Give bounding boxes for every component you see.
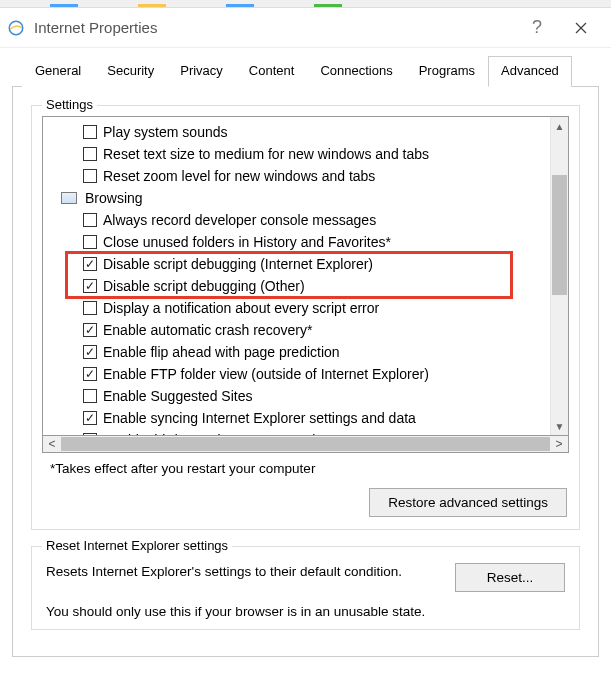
tab-general[interactable]: General <box>22 56 94 87</box>
reset-description: Resets Internet Explorer's settings to t… <box>46 563 435 582</box>
checkbox[interactable] <box>83 389 97 403</box>
folder-icon <box>61 192 77 204</box>
tree-item[interactable]: Play system sounds <box>43 121 550 143</box>
settings-tree-body: Play system soundsReset text size to med… <box>43 117 550 435</box>
restart-note: *Takes effect after you restart your com… <box>50 461 569 476</box>
checkbox[interactable] <box>83 345 97 359</box>
tree-item[interactable]: Enable automatic crash recovery* <box>43 319 550 341</box>
titlebar: Internet Properties ? <box>0 8 611 48</box>
tree-item[interactable]: Disable script debugging (Internet Explo… <box>43 253 550 275</box>
tree-item-label: Close unused folders in History and Favo… <box>103 234 391 250</box>
tab-connections[interactable]: Connections <box>307 56 405 87</box>
tab-content[interactable]: Content <box>236 56 308 87</box>
tab-security[interactable]: Security <box>94 56 167 87</box>
scroll-track[interactable] <box>551 135 568 417</box>
tree-item-label: Reset text size to medium for new window… <box>103 146 429 162</box>
checkbox[interactable] <box>83 323 97 337</box>
scroll-down-icon[interactable]: ▼ <box>551 417 568 435</box>
checkbox[interactable] <box>83 301 97 315</box>
settings-groupbox: Settings Play system soundsReset text si… <box>31 105 580 530</box>
tree-item-label: Play system sounds <box>103 124 228 140</box>
tree-item-label: Disable script debugging (Internet Explo… <box>103 256 373 272</box>
checkbox[interactable] <box>83 433 97 435</box>
tree-item[interactable]: Enable FTP folder view (outside of Inter… <box>43 363 550 385</box>
settings-legend: Settings <box>42 97 97 112</box>
reset-legend: Reset Internet Explorer settings <box>42 538 232 553</box>
settings-tree[interactable]: Play system soundsReset text size to med… <box>42 116 569 436</box>
checkbox[interactable] <box>83 213 97 227</box>
tree-item[interactable]: Enable Suggested Sites <box>43 385 550 407</box>
tabstrip: GeneralSecurityPrivacyContentConnections… <box>12 56 599 87</box>
tab-advanced[interactable]: Advanced <box>488 56 572 87</box>
reset-warning: You should only use this if your browser… <box>46 604 565 619</box>
tree-group[interactable]: Browsing <box>43 187 550 209</box>
tree-item[interactable]: Enable syncing Internet Explorer setting… <box>43 407 550 429</box>
app-icon <box>6 18 26 38</box>
tree-item[interactable]: Enable third-party browser extensions* <box>43 429 550 435</box>
close-button[interactable] <box>557 8 605 48</box>
tree-item-label: Reset zoom level for new windows and tab… <box>103 168 375 184</box>
checkbox[interactable] <box>83 257 97 271</box>
window-title: Internet Properties <box>34 19 517 36</box>
tree-item-label: Enable syncing Internet Explorer setting… <box>103 410 416 426</box>
horizontal-scrollbar[interactable]: < > <box>42 435 569 453</box>
tree-item-label: Enable flip ahead with page prediction <box>103 344 340 360</box>
checkbox[interactable] <box>83 169 97 183</box>
tree-item[interactable]: Reset zoom level for new windows and tab… <box>43 165 550 187</box>
hscroll-track[interactable] <box>61 436 550 452</box>
reset-groupbox: Reset Internet Explorer settings Resets … <box>31 546 580 630</box>
tree-item-label: Enable third-party browser extensions* <box>103 432 343 435</box>
tree-item[interactable]: Reset text size to medium for new window… <box>43 143 550 165</box>
tree-item[interactable]: Always record developer console messages <box>43 209 550 231</box>
checkbox[interactable] <box>83 235 97 249</box>
tree-item-label: Browsing <box>85 190 143 206</box>
tree-item[interactable]: Disable script debugging (Other) <box>43 275 550 297</box>
help-button[interactable]: ? <box>517 8 557 48</box>
tab-panel-advanced: Settings Play system soundsReset text si… <box>12 87 599 657</box>
checkbox[interactable] <box>83 411 97 425</box>
tree-item-label: Enable Suggested Sites <box>103 388 252 404</box>
tree-item-label: Enable FTP folder view (outside of Inter… <box>103 366 429 382</box>
scroll-right-icon[interactable]: > <box>550 436 568 452</box>
checkbox[interactable] <box>83 147 97 161</box>
tree-item[interactable]: Enable flip ahead with page prediction <box>43 341 550 363</box>
vertical-scrollbar[interactable]: ▲ ▼ <box>550 117 568 435</box>
restore-advanced-button[interactable]: Restore advanced settings <box>369 488 567 517</box>
tree-item-label: Enable automatic crash recovery* <box>103 322 312 338</box>
checkbox[interactable] <box>83 279 97 293</box>
checkbox[interactable] <box>83 367 97 381</box>
hscroll-thumb[interactable] <box>61 437 550 451</box>
tree-item-label: Always record developer console messages <box>103 212 376 228</box>
tree-item[interactable]: Close unused folders in History and Favo… <box>43 231 550 253</box>
reset-button[interactable]: Reset... <box>455 563 565 592</box>
scroll-left-icon[interactable]: < <box>43 436 61 452</box>
checkbox[interactable] <box>83 125 97 139</box>
scroll-up-icon[interactable]: ▲ <box>551 117 568 135</box>
tab-privacy[interactable]: Privacy <box>167 56 236 87</box>
tree-item[interactable]: Display a notification about every scrip… <box>43 297 550 319</box>
scroll-thumb[interactable] <box>552 175 567 295</box>
tree-item-label: Disable script debugging (Other) <box>103 278 305 294</box>
tab-programs[interactable]: Programs <box>406 56 488 87</box>
tree-item-label: Display a notification about every scrip… <box>103 300 379 316</box>
